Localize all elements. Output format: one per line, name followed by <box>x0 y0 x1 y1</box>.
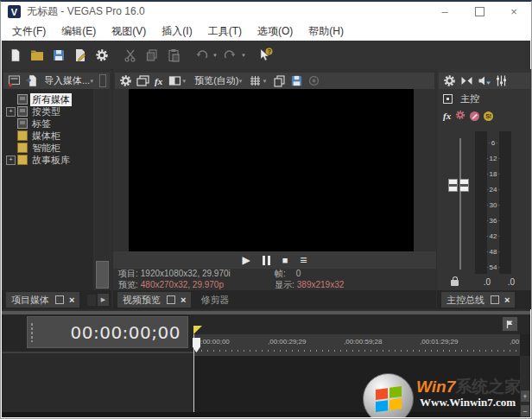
insert-audio-fx-icon[interactable] <box>477 74 491 88</box>
menu-item[interactable]: 编辑(E) <box>54 22 104 41</box>
open-project-icon[interactable] <box>29 48 44 62</box>
tree-item-all-media[interactable]: 所有媒体 <box>3 93 93 105</box>
bus-automation-gear-icon[interactable] <box>455 108 466 124</box>
redo-dropdown-icon[interactable]: ▼ <box>241 53 246 58</box>
maximize-button[interactable] <box>462 2 497 22</box>
save-snapshot-icon[interactable] <box>289 74 303 88</box>
bus-label: 主控 <box>460 92 479 105</box>
media-header-dropdown-icon[interactable]: ▼ <box>89 79 94 84</box>
tab-close-icon[interactable]: × <box>180 295 186 304</box>
mixer-faders-icon[interactable] <box>494 74 508 88</box>
peak-readout-left[interactable]: .0 <box>470 277 491 287</box>
zoom-out-button[interactable]: − <box>520 404 530 417</box>
ruler-label: ,00:0 <box>510 338 520 346</box>
title-bar[interactable]: V 无标题 - VEGAS Pro 16.0 – × <box>1 2 531 22</box>
marker-tool-button[interactable] <box>502 316 518 332</box>
menu-item[interactable]: 工具(T) <box>200 22 250 41</box>
tab-restore-icon[interactable] <box>491 295 499 304</box>
pause-button[interactable] <box>263 256 270 265</box>
tab-restore-icon[interactable] <box>55 295 64 304</box>
play-button[interactable]: ▶ <box>242 254 250 266</box>
grid-overlay-icon[interactable] <box>248 74 262 88</box>
tab-close-icon[interactable]: × <box>69 295 74 304</box>
preview-quality-label[interactable]: 预览(自动) <box>194 74 238 87</box>
split-screen-dropdown-icon[interactable]: ▼ <box>181 79 187 84</box>
save-project-icon[interactable] <box>51 48 66 62</box>
header-overflow-icon[interactable] <box>99 74 106 87</box>
minimize-button[interactable]: – <box>428 2 462 22</box>
transport-menu-button[interactable]: ≡ <box>300 253 307 267</box>
media-bins-icon[interactable] <box>7 74 21 88</box>
tab-scroll-left-button[interactable] <box>87 295 96 306</box>
tree-item-smart-bin[interactable]: 智能柜 <box>3 142 93 154</box>
tab-project-media[interactable]: 项目媒体 × <box>6 292 79 308</box>
media-tree-scrollbar[interactable] <box>95 89 110 290</box>
expand-icon[interactable]: + <box>6 156 16 165</box>
window-title: 无标题 - VEGAS Pro 16.0 <box>27 4 145 19</box>
svg-text:?: ? <box>267 48 271 55</box>
folder-icon <box>17 143 28 153</box>
tab-close-icon[interactable]: × <box>504 295 510 304</box>
tree-item-storyboard[interactable]: + 故事板库 <box>3 154 93 166</box>
master-bus-panel: 主控 fx S! 61218243036424854 .0 .0 <box>437 69 532 309</box>
copy-icon[interactable] <box>144 48 159 62</box>
tab-master-bus[interactable]: 主控总线 × <box>441 292 515 308</box>
project-properties-icon[interactable] <box>73 48 87 62</box>
undo-dropdown-icon[interactable]: ▼ <box>212 53 218 58</box>
peak-readout-right[interactable]: .0 <box>494 277 515 287</box>
paste-icon[interactable] <box>166 48 180 62</box>
tab-restore-icon[interactable] <box>167 295 175 304</box>
import-media-label[interactable]: 导入媒体... <box>44 74 90 87</box>
cut-icon[interactable] <box>123 48 137 62</box>
timecode-display[interactable]: 00:00:00;00 <box>27 316 188 348</box>
project-video-properties-icon[interactable] <box>136 74 149 88</box>
tab-scroll-right-button[interactable]: ▶ <box>98 294 109 306</box>
menu-item[interactable]: 插入(I) <box>154 22 200 41</box>
timecode-grip[interactable] <box>30 322 34 342</box>
menu-item[interactable]: 文件(F) <box>4 22 54 41</box>
solo-icon[interactable]: S! <box>484 111 493 121</box>
timeline-vertical-scrollbar[interactable]: + − <box>520 356 530 417</box>
watermark-url: Www.Winwin7.com <box>420 396 521 409</box>
video-output-fx-icon[interactable]: fx <box>155 76 162 86</box>
expand-icon[interactable]: + <box>6 107 16 117</box>
mixer-properties-gear-icon[interactable] <box>442 74 456 88</box>
tree-item-tags[interactable]: 标签 <box>3 117 93 130</box>
grid-overlay-dropdown-icon[interactable]: ▼ <box>262 79 267 84</box>
tree-item-by-type[interactable]: + 按类型 <box>3 105 93 117</box>
split-screen-view-icon[interactable] <box>168 74 181 88</box>
bus-fx-icon[interactable]: fx <box>443 111 451 121</box>
redo-icon[interactable] <box>223 48 238 62</box>
bus-controls: fx S! <box>443 108 493 124</box>
preview-quality-dropdown-icon[interactable]: ▼ <box>238 79 243 84</box>
menu-item[interactable]: 选项(O) <box>250 22 301 41</box>
volume-fader-handle[interactable] <box>448 179 469 192</box>
undo-icon[interactable] <box>194 48 209 62</box>
lock-icon[interactable] <box>451 280 459 286</box>
new-project-icon[interactable] <box>8 48 22 62</box>
volume-fader-track[interactable] <box>459 138 461 270</box>
tab-video-preview[interactable]: 视频预览 × <box>117 292 191 308</box>
timeline: 00:00:00;00 0:00:00;00,00:00:29;29,00:00… <box>2 311 530 417</box>
close-button[interactable]: × <box>497 2 531 22</box>
stop-button[interactable]: ■ <box>282 255 288 265</box>
track-list-area[interactable]: 00:00:00;00 <box>2 314 193 417</box>
tab-trimmer[interactable]: 修剪器 <box>195 292 234 308</box>
zoom-in-button[interactable]: + <box>520 390 530 403</box>
import-media-icon[interactable] <box>24 74 38 88</box>
menu-item[interactable]: 视图(V) <box>104 22 154 41</box>
menu-item[interactable]: 帮助(H) <box>301 22 352 41</box>
mute-icon[interactable] <box>470 111 479 121</box>
insert-bus-icon[interactable] <box>459 74 473 88</box>
whats-this-help-icon[interactable]: ? <box>258 48 273 62</box>
scrollbar-thumb[interactable] <box>96 261 109 289</box>
bus-icon[interactable] <box>443 94 453 104</box>
track-list-empty[interactable] <box>2 353 193 412</box>
copy-snapshot-icon[interactable] <box>272 74 286 88</box>
tree-item-media-bin[interactable]: 媒体柜 <box>3 130 93 142</box>
preferences-gear-icon[interactable] <box>94 48 109 62</box>
timeline-ruler[interactable]: 0:00:00;00,00:00:29;29,00:00:59;28,00:01… <box>193 334 520 357</box>
preview-settings-gear-icon[interactable] <box>118 74 132 88</box>
workspace: ▼ ▼ ? 导入媒体... ▼ 所有媒体 <box>2 41 530 417</box>
meter-right-channel[interactable] <box>499 131 511 274</box>
